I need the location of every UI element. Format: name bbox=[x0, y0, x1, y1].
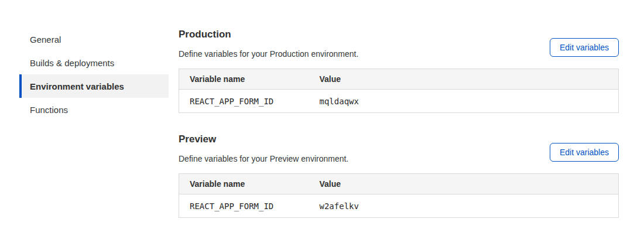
sidebar-item-general[interactable]: General bbox=[19, 28, 169, 51]
column-header-value: Value bbox=[309, 69, 619, 90]
variable-name-cell: REACT_APP_FORM_ID bbox=[179, 90, 309, 113]
preview-section-header: Preview Define variables for your Previe… bbox=[179, 133, 619, 165]
production-section-text: Production Define variables for your Pro… bbox=[179, 28, 358, 60]
production-variables-table: Variable name Value REACT_APP_FORM_ID mq… bbox=[179, 69, 619, 113]
table-row: REACT_APP_FORM_ID w2afelkv bbox=[179, 194, 619, 218]
sidebar-item-label: Builds & deployments bbox=[30, 58, 114, 68]
settings-main-content: Production Define variables for your Pro… bbox=[179, 0, 619, 218]
preview-edit-variables-button[interactable]: Edit variables bbox=[550, 143, 619, 162]
sidebar-item-builds-deployments[interactable]: Builds & deployments bbox=[19, 51, 169, 74]
settings-sidebar: General Builds & deployments Environment… bbox=[19, 28, 169, 121]
table-row: REACT_APP_FORM_ID mqldaqwx bbox=[179, 90, 619, 113]
sidebar-item-label: Environment variables bbox=[30, 81, 124, 91]
sidebar-item-label: General bbox=[30, 35, 61, 45]
preview-section: Preview Define variables for your Previe… bbox=[179, 133, 619, 218]
production-edit-variables-button[interactable]: Edit variables bbox=[550, 38, 619, 57]
preview-section-text: Preview Define variables for your Previe… bbox=[179, 133, 348, 165]
column-header-variable-name: Variable name bbox=[179, 174, 309, 194]
column-header-variable-name: Variable name bbox=[179, 69, 309, 90]
column-header-value: Value bbox=[309, 174, 619, 194]
production-section-description: Define variables for your Production env… bbox=[179, 48, 358, 60]
sidebar-item-functions[interactable]: Functions bbox=[19, 98, 169, 121]
variable-name-cell: REACT_APP_FORM_ID bbox=[179, 194, 309, 218]
environment-variables-settings-page: General Builds & deployments Environment… bbox=[0, 0, 644, 246]
table-header-row: Variable name Value bbox=[179, 69, 619, 90]
sidebar-item-label: Functions bbox=[30, 105, 68, 115]
production-section-title: Production bbox=[179, 28, 358, 41]
variable-value-cell: w2afelkv bbox=[309, 194, 619, 218]
preview-variables-table: Variable name Value REACT_APP_FORM_ID w2… bbox=[179, 173, 619, 218]
production-section: Production Define variables for your Pro… bbox=[179, 28, 619, 113]
variable-value-cell: mqldaqwx bbox=[309, 90, 619, 113]
table-header-row: Variable name Value bbox=[179, 174, 619, 194]
preview-section-description: Define variables for your Preview enviro… bbox=[179, 153, 348, 165]
sidebar-item-environment-variables[interactable]: Environment variables bbox=[19, 74, 169, 98]
preview-section-title: Preview bbox=[179, 133, 348, 146]
production-section-header: Production Define variables for your Pro… bbox=[179, 28, 619, 60]
